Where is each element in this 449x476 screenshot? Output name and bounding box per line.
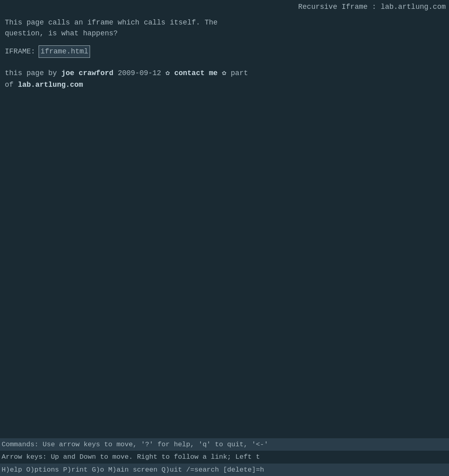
iframe-line: IFRAME: iframe.html	[5, 45, 444, 58]
title-bar: Recursive Iframe : lab.artlung.com	[0, 0, 449, 14]
author-date: 2009-09-12	[118, 69, 161, 77]
help-bar: H)elp O)ptions P)rint G)o M)ain screen Q…	[0, 464, 449, 476]
author-name: joe crawford	[61, 69, 113, 77]
page-title: Recursive Iframe : lab.artlung.com	[298, 3, 446, 11]
author-section: this page by joe crawford 2009-09-12 ✿ c…	[5, 67, 444, 91]
description-line2: question, is what happens?	[5, 28, 444, 39]
bullet2-char: ✿	[222, 69, 226, 77]
commands-bar: Commands: Use arrow keys to move, '?' fo…	[0, 438, 449, 451]
arrow-keys-bar: Arrow keys: Up and Down to move. Right t…	[0, 451, 449, 464]
contact-link[interactable]: contact me	[174, 69, 217, 77]
iframe-label: IFRAME:	[5, 46, 35, 57]
description-line1: This page calls an iframe which calls it…	[5, 17, 444, 28]
line2-prefix: of	[5, 81, 14, 89]
author-suffix: part	[231, 69, 248, 77]
description: This page calls an iframe which calls it…	[5, 17, 444, 39]
author-prefix: this page by	[5, 69, 57, 77]
site-link[interactable]: lab.artlung.com	[18, 81, 83, 89]
main-content: This page calls an iframe which calls it…	[0, 17, 449, 94]
iframe-link[interactable]: iframe.html	[39, 45, 90, 58]
bullet1-char: ✿	[166, 69, 170, 77]
bottom-bar: Commands: Use arrow keys to move, '?' fo…	[0, 438, 449, 476]
